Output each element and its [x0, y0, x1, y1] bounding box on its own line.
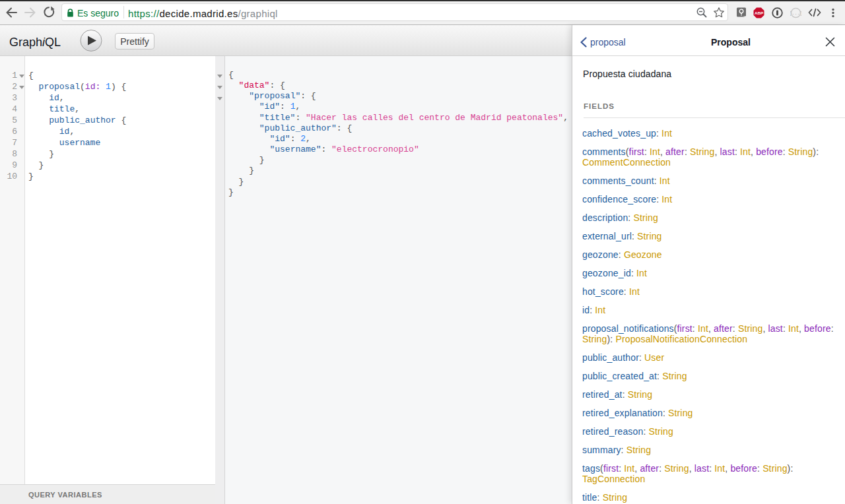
svg-text:{...}: {...} — [790, 11, 801, 16]
svg-text:ABP: ABP — [755, 11, 763, 15]
